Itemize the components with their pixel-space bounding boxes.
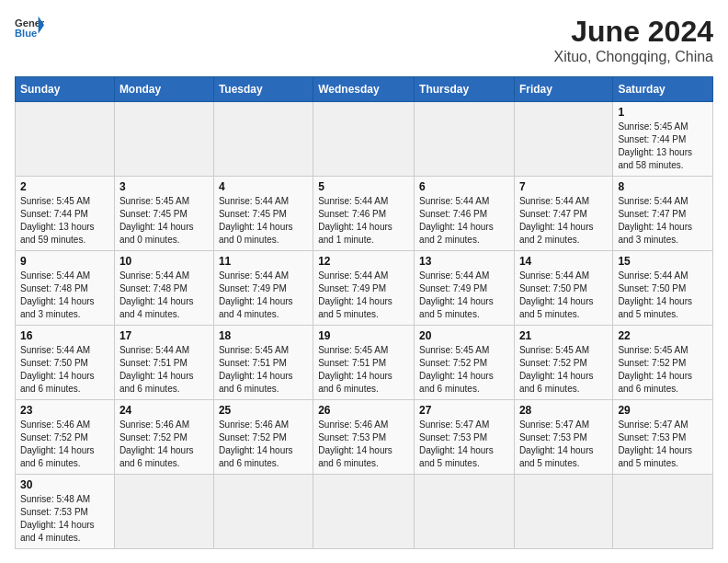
day-number: 11 [219, 255, 308, 268]
day-number: 15 [618, 255, 708, 268]
calendar-cell [16, 102, 115, 177]
calendar-header: Sunday Monday Tuesday Wednesday Thursday… [16, 77, 713, 102]
day-info: Sunrise: 5:46 AM Sunset: 7:52 PM Dayligh… [219, 419, 308, 470]
title-block: June 2024 Xituo, Chongqing, China [554, 15, 713, 65]
day-number: 24 [119, 404, 209, 417]
calendar-cell [514, 475, 612, 549]
day-number: 23 [20, 404, 109, 417]
calendar-week-1: 1Sunrise: 5:45 AM Sunset: 7:44 PM Daylig… [16, 102, 713, 177]
day-info: Sunrise: 5:46 AM Sunset: 7:52 PM Dayligh… [20, 419, 109, 470]
calendar-cell: 8Sunrise: 5:44 AM Sunset: 7:47 PM Daylig… [613, 177, 713, 251]
day-number: 2 [20, 180, 109, 193]
day-number: 21 [519, 329, 608, 342]
day-info: Sunrise: 5:44 AM Sunset: 7:49 PM Dayligh… [219, 270, 308, 321]
calendar-week-5: 23Sunrise: 5:46 AM Sunset: 7:52 PM Dayli… [16, 400, 713, 475]
calendar-cell: 10Sunrise: 5:44 AM Sunset: 7:48 PM Dayli… [114, 251, 213, 326]
svg-text:Blue: Blue [15, 28, 37, 39]
calendar-cell: 16Sunrise: 5:44 AM Sunset: 7:50 PM Dayli… [16, 326, 115, 400]
day-number: 20 [419, 329, 509, 342]
day-info: Sunrise: 5:44 AM Sunset: 7:50 PM Dayligh… [519, 270, 608, 321]
logo-icon: General Blue [15, 15, 44, 40]
day-info: Sunrise: 5:44 AM Sunset: 7:48 PM Dayligh… [119, 270, 209, 321]
calendar-cell: 28Sunrise: 5:47 AM Sunset: 7:53 PM Dayli… [514, 400, 612, 475]
day-number: 30 [20, 478, 109, 491]
day-info: Sunrise: 5:45 AM Sunset: 7:52 PM Dayligh… [618, 344, 708, 396]
calendar-cell [613, 475, 713, 549]
day-info: Sunrise: 5:47 AM Sunset: 7:53 PM Dayligh… [419, 419, 509, 470]
calendar-cell: 1Sunrise: 5:45 AM Sunset: 7:44 PM Daylig… [613, 102, 713, 177]
day-info: Sunrise: 5:44 AM Sunset: 7:46 PM Dayligh… [318, 195, 409, 247]
day-info: Sunrise: 5:45 AM Sunset: 7:52 PM Dayligh… [419, 344, 509, 396]
day-number: 9 [20, 255, 109, 268]
calendar-cell: 19Sunrise: 5:45 AM Sunset: 7:51 PM Dayli… [313, 326, 415, 400]
calendar-cell [313, 475, 415, 549]
day-info: Sunrise: 5:44 AM Sunset: 7:47 PM Dayligh… [519, 195, 608, 247]
day-info: Sunrise: 5:47 AM Sunset: 7:53 PM Dayligh… [519, 419, 608, 470]
calendar-cell: 18Sunrise: 5:45 AM Sunset: 7:51 PM Dayli… [213, 326, 313, 400]
calendar-cell: 20Sunrise: 5:45 AM Sunset: 7:52 PM Dayli… [415, 326, 515, 400]
day-number: 12 [318, 255, 409, 268]
header-row: Sunday Monday Tuesday Wednesday Thursday… [16, 77, 713, 102]
calendar-cell: 4Sunrise: 5:44 AM Sunset: 7:45 PM Daylig… [213, 177, 313, 251]
calendar-subtitle: Xituo, Chongqing, China [554, 49, 713, 65]
day-number: 14 [519, 255, 608, 268]
day-info: Sunrise: 5:45 AM Sunset: 7:51 PM Dayligh… [318, 344, 409, 396]
day-number: 25 [219, 404, 308, 417]
day-info: Sunrise: 5:46 AM Sunset: 7:52 PM Dayligh… [119, 419, 209, 470]
calendar-cell: 25Sunrise: 5:46 AM Sunset: 7:52 PM Dayli… [213, 400, 313, 475]
calendar-cell: 17Sunrise: 5:44 AM Sunset: 7:51 PM Dayli… [114, 326, 213, 400]
day-info: Sunrise: 5:46 AM Sunset: 7:53 PM Dayligh… [318, 419, 409, 470]
calendar-cell: 30Sunrise: 5:48 AM Sunset: 7:53 PM Dayli… [16, 475, 115, 549]
col-saturday: Saturday [613, 77, 713, 102]
day-info: Sunrise: 5:45 AM Sunset: 7:44 PM Dayligh… [20, 195, 109, 247]
day-number: 22 [618, 329, 708, 342]
day-info: Sunrise: 5:44 AM Sunset: 7:45 PM Dayligh… [219, 195, 308, 247]
day-number: 27 [419, 404, 509, 417]
day-info: Sunrise: 5:48 AM Sunset: 7:53 PM Dayligh… [20, 493, 109, 545]
calendar-body: 1Sunrise: 5:45 AM Sunset: 7:44 PM Daylig… [16, 102, 713, 549]
calendar-cell: 2Sunrise: 5:45 AM Sunset: 7:44 PM Daylig… [16, 177, 115, 251]
day-info: Sunrise: 5:45 AM Sunset: 7:51 PM Dayligh… [219, 344, 308, 396]
day-info: Sunrise: 5:44 AM Sunset: 7:46 PM Dayligh… [419, 195, 509, 247]
calendar-cell [114, 475, 213, 549]
calendar-cell: 15Sunrise: 5:44 AM Sunset: 7:50 PM Dayli… [613, 251, 713, 326]
calendar-cell: 9Sunrise: 5:44 AM Sunset: 7:48 PM Daylig… [16, 251, 115, 326]
calendar-cell: 23Sunrise: 5:46 AM Sunset: 7:52 PM Dayli… [16, 400, 115, 475]
calendar-cell: 22Sunrise: 5:45 AM Sunset: 7:52 PM Dayli… [613, 326, 713, 400]
calendar-cell [415, 475, 515, 549]
day-number: 28 [519, 404, 608, 417]
day-info: Sunrise: 5:44 AM Sunset: 7:49 PM Dayligh… [318, 270, 409, 321]
day-info: Sunrise: 5:45 AM Sunset: 7:44 PM Dayligh… [618, 121, 708, 172]
day-number: 7 [519, 180, 608, 193]
calendar-cell: 11Sunrise: 5:44 AM Sunset: 7:49 PM Dayli… [213, 251, 313, 326]
col-wednesday: Wednesday [313, 77, 415, 102]
calendar-cell: 3Sunrise: 5:45 AM Sunset: 7:45 PM Daylig… [114, 177, 213, 251]
day-number: 8 [618, 180, 708, 193]
calendar-week-3: 9Sunrise: 5:44 AM Sunset: 7:48 PM Daylig… [16, 251, 713, 326]
calendar-week-2: 2Sunrise: 5:45 AM Sunset: 7:44 PM Daylig… [16, 177, 713, 251]
calendar-cell [114, 102, 213, 177]
day-info: Sunrise: 5:44 AM Sunset: 7:48 PM Dayligh… [20, 270, 109, 321]
page-header: General Blue June 2024 Xituo, Chongqing,… [15, 15, 713, 65]
col-thursday: Thursday [415, 77, 515, 102]
day-number: 3 [119, 180, 209, 193]
day-info: Sunrise: 5:44 AM Sunset: 7:51 PM Dayligh… [119, 344, 209, 396]
col-monday: Monday [114, 77, 213, 102]
calendar-cell [313, 102, 415, 177]
logo: General Blue [15, 15, 44, 40]
day-info: Sunrise: 5:44 AM Sunset: 7:49 PM Dayligh… [419, 270, 509, 321]
calendar-title: June 2024 [554, 15, 713, 49]
calendar-cell: 7Sunrise: 5:44 AM Sunset: 7:47 PM Daylig… [514, 177, 612, 251]
day-number: 26 [318, 404, 409, 417]
calendar-cell [415, 102, 515, 177]
calendar-table: Sunday Monday Tuesday Wednesday Thursday… [15, 76, 713, 549]
day-number: 16 [20, 329, 109, 342]
col-friday: Friday [514, 77, 612, 102]
day-info: Sunrise: 5:44 AM Sunset: 7:47 PM Dayligh… [618, 195, 708, 247]
col-sunday: Sunday [16, 77, 115, 102]
calendar-cell: 12Sunrise: 5:44 AM Sunset: 7:49 PM Dayli… [313, 251, 415, 326]
col-tuesday: Tuesday [213, 77, 313, 102]
day-number: 13 [419, 255, 509, 268]
calendar-cell: 13Sunrise: 5:44 AM Sunset: 7:49 PM Dayli… [415, 251, 515, 326]
day-number: 5 [318, 180, 409, 193]
